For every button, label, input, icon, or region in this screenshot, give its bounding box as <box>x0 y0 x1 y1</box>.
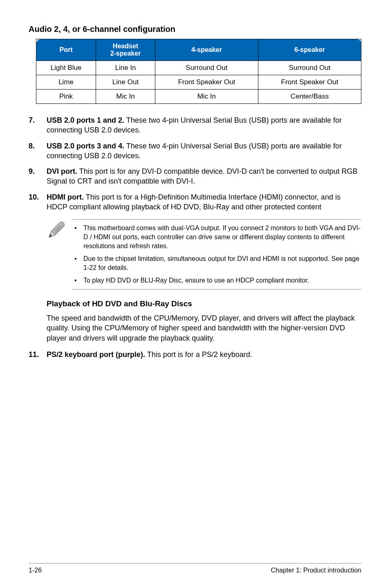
th-headset-line1: Headset <box>99 43 152 50</box>
note-item: • To play HD DVD or BLU-Ray Disc, ensure… <box>72 276 361 285</box>
cell-headset: Mic In <box>96 90 155 104</box>
table-row: Lime Line Out Front Speaker Out Front Sp… <box>36 75 361 90</box>
pencil-icon <box>47 219 72 241</box>
cell-port: Lime <box>36 75 96 90</box>
item-rest: This port is for a High-Definition Multi… <box>47 193 341 211</box>
list-item: 11. PS/2 keyboard port (purple). This po… <box>29 350 361 359</box>
th-port: Port <box>36 39 96 61</box>
audio-config-table: Port Headset 2-speaker 4-speaker 6-speak… <box>36 39 361 104</box>
cell-4speaker: Mic In <box>155 90 258 104</box>
page-footer: 1-26 Chapter 1: Product introduction <box>29 563 361 574</box>
item-content: HDMI port. This port is for a High-Defin… <box>47 192 361 212</box>
list-item: 7. USB 2.0 ports 1 and 2. These two 4-pi… <box>29 115 361 135</box>
cell-headset: Line Out <box>96 75 155 90</box>
item-content: USB 2.0 ports 3 and 4. These two 4-pin U… <box>47 141 361 161</box>
list-item: 9. DVI port. This port is for any DVI-D … <box>29 166 361 186</box>
note-text: Due to the chipset limitation, simultane… <box>83 254 361 272</box>
item-number: 8. <box>29 141 47 161</box>
note-content: • This motherboard comes with dual-VGA o… <box>72 219 361 290</box>
numbered-list-continued: 11. PS/2 keyboard port (purple). This po… <box>29 350 361 359</box>
note-text: To play HD DVD or BLU-Ray Disc, ensure t… <box>83 276 309 285</box>
cell-6speaker: Front Speaker Out <box>258 75 361 90</box>
cell-6speaker: Surround Out <box>258 61 361 75</box>
item-number: 9. <box>29 166 47 186</box>
bullet: • <box>72 224 83 250</box>
item-content: DVI port. This port is for any DVI-D com… <box>47 166 361 186</box>
item-rest: This port is for any DVI-D compatible de… <box>47 167 357 185</box>
item-number: 10. <box>29 192 47 212</box>
item-lead: USB 2.0 ports 1 and 2. <box>47 116 124 124</box>
item-content: PS/2 keyboard port (purple). This port i… <box>47 350 361 359</box>
table-row: Pink Mic In Mic In Center/Bass <box>36 90 361 104</box>
section-title-audio-config: Audio 2, 4, or 6-channel configuration <box>29 25 361 34</box>
th-6speaker: 6-speaker <box>258 39 361 61</box>
cell-port: Light Blue <box>36 61 96 75</box>
table-row: Light Blue Line In Surround Out Surround… <box>36 61 361 75</box>
numbered-list: 7. USB 2.0 ports 1 and 2. These two 4-pi… <box>29 115 361 212</box>
item-lead: USB 2.0 ports 3 and 4. <box>47 142 124 150</box>
item-number: 11. <box>29 350 47 359</box>
th-headset: Headset 2-speaker <box>96 39 155 61</box>
note-block: • This motherboard comes with dual-VGA o… <box>47 219 361 290</box>
item-lead: HDMI port. <box>47 193 84 201</box>
note-text: This motherboard comes with dual-VGA out… <box>83 224 361 250</box>
th-headset-line2: 2-speaker <box>99 50 152 57</box>
footer-page-number: 1-26 <box>29 567 42 574</box>
note-item: • This motherboard comes with dual-VGA o… <box>72 224 361 250</box>
item-lead: PS/2 keyboard port (purple). <box>47 350 145 359</box>
cell-6speaker: Center/Bass <box>258 90 361 104</box>
list-item: 10. HDMI port. This port is for a High-D… <box>29 192 361 212</box>
list-item: 8. USB 2.0 ports 3 and 4. These two 4-pi… <box>29 141 361 161</box>
subsection-title-playback: Playback of HD DVD and Blu-Ray Discs <box>47 299 361 308</box>
cell-headset: Line In <box>96 61 155 75</box>
item-lead: DVI port. <box>47 167 77 175</box>
body-paragraph: The speed and bandwidth of the CPU/Memor… <box>47 313 361 343</box>
note-item: • Due to the chipset limitation, simulta… <box>72 254 361 272</box>
cell-4speaker: Surround Out <box>155 61 258 75</box>
footer-chapter-title: Chapter 1: Product introduction <box>271 567 361 574</box>
item-rest: This port is for a PS/2 keyboard. <box>145 350 252 359</box>
cell-4speaker: Front Speaker Out <box>155 75 258 90</box>
th-4speaker: 4-speaker <box>155 39 258 61</box>
bullet: • <box>72 276 83 285</box>
cell-port: Pink <box>36 90 96 104</box>
item-content: USB 2.0 ports 1 and 2. These two 4-pin U… <box>47 115 361 135</box>
item-number: 7. <box>29 115 47 135</box>
bullet: • <box>72 254 83 272</box>
